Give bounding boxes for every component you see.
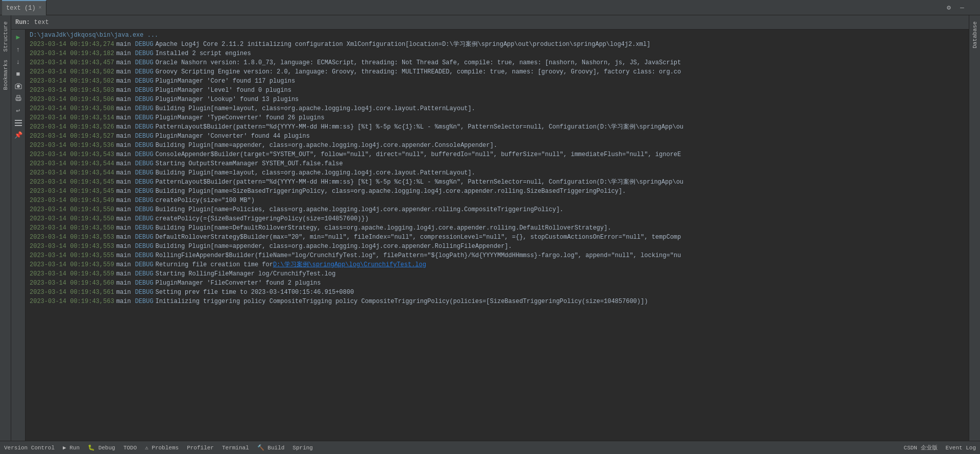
log-line: 2023-03-14 00:19:43,526 main DEBUG Patte… [26, 122, 969, 132]
run-toolbar: ▶ ↑ ↓ ■ ↩ 📌 D:\javaJdk\jdkqosq\bin\ [11, 30, 969, 454]
run-panel: Run: text ▶ ↑ ↓ ■ ↩ 📌 [11, 15, 969, 454]
tab-text[interactable]: text (1) × [2, 0, 46, 15]
spring-label: Spring [292, 445, 313, 451]
structure-tab[interactable]: Structure [2, 17, 10, 56]
run-back-button[interactable]: ↩ [13, 105, 24, 116]
run-play-button[interactable]: ▶ [13, 32, 24, 43]
tab-label: text (1) [6, 5, 36, 12]
svg-rect-4 [15, 120, 22, 121]
csdn-label: CSDN 企业版 [904, 444, 938, 451]
profiler-status[interactable]: Profiler [187, 445, 214, 451]
log-line: 2023-03-14 00:19:43,550 main DEBUG Build… [26, 205, 969, 214]
log-line: 2023-03-14 00:19:43,502 main DEBUG Plugi… [26, 77, 969, 86]
right-sidebar: Database [969, 15, 980, 454]
log-line: 2023-03-14 00:19:43,550 main DEBUG creat… [26, 214, 969, 223]
run-down-button[interactable]: ↓ [13, 56, 24, 67]
run-name: text [34, 19, 49, 26]
top-right-icons: ⚙ — [943, 0, 968, 15]
log-line: 2023-03-14 00:19:43,182 main DEBUG Insta… [26, 49, 969, 58]
log-line: 2023-03-14 00:19:43,549 main DEBUG creat… [26, 196, 969, 205]
svg-rect-6 [15, 125, 22, 126]
run-up-button[interactable]: ↑ [13, 44, 24, 55]
debug-status[interactable]: 🐛 Debug [88, 444, 115, 451]
todo-status[interactable]: TODO [124, 445, 137, 451]
log-line: 2023-03-14 00:19:43,560 main DEBUG Plugi… [26, 279, 969, 288]
run-panel-toggle-button[interactable] [13, 117, 24, 129]
problems-label: ⚠ Problems [145, 444, 179, 451]
event-log-status[interactable]: Event Log [946, 444, 976, 451]
run-icon-strip: ▶ ↑ ↓ ■ ↩ 📌 [11, 30, 26, 454]
profiler-label: Profiler [187, 445, 214, 451]
log-link[interactable]: D:\学习案例\springApp\log\CrunchifyTest.log [273, 260, 426, 269]
debug-status-label: 🐛 Debug [88, 444, 115, 451]
log-line: 2023-03-14 00:19:43,555 main DEBUG Rolli… [26, 251, 969, 260]
log-line: 2023-03-14 00:19:43,508 main DEBUG Build… [26, 104, 969, 113]
svg-point-0 [17, 85, 20, 88]
version-control-label: Version Control [4, 445, 55, 451]
run-status[interactable]: ▶ Run [63, 444, 80, 451]
run-camera-button[interactable] [13, 81, 24, 92]
build-status[interactable]: 🔨 Build [257, 444, 285, 451]
log-line: 2023-03-14 00:19:43,527 main DEBUG Plugi… [26, 132, 969, 141]
settings-icon[interactable]: ⚙ [943, 2, 954, 13]
log-line: 2023-03-14 00:19:43,543 main DEBUG Conso… [26, 150, 969, 159]
minimize-icon[interactable]: — [957, 2, 968, 13]
log-line: 2023-03-14 00:19:43,563 main DEBUG Initi… [26, 297, 969, 306]
log-line: 2023-03-14 00:19:43,545 main DEBUG Build… [26, 187, 969, 196]
log-line: 2023-03-14 00:19:43,506 main DEBUG Plugi… [26, 95, 969, 104]
log-line: D:\javaJdk\jdkqosq\bin\java.exe ... [26, 31, 969, 40]
log-line: 2023-03-14 00:19:43,457 main DEBUG Oracl… [26, 58, 969, 67]
run-print-button[interactable] [13, 93, 24, 104]
log-content[interactable]: D:\javaJdk\jdkqosq\bin\java.exe ...2023-… [26, 30, 969, 454]
svg-rect-3 [17, 99, 20, 100]
run-pin-button[interactable]: 📌 [13, 130, 24, 141]
database-tab[interactable]: Database [971, 17, 979, 53]
log-line: 2023-03-14 00:19:43,274 main DEBUG Apach… [26, 40, 969, 49]
terminal-status[interactable]: Terminal [222, 445, 249, 451]
log-line: 2023-03-14 00:19:43,502 main DEBUG Groov… [26, 67, 969, 77]
status-right: CSDN 企业版 Event Log [904, 444, 976, 451]
log-line: 2023-03-14 00:19:43,553 main DEBUG Build… [26, 242, 969, 251]
build-label: 🔨 Build [257, 444, 285, 451]
log-line: 2023-03-14 00:19:43,559 main DEBUG Retur… [26, 260, 969, 269]
run-stop-button[interactable]: ■ [13, 68, 24, 80]
tab-close-button[interactable]: × [39, 5, 42, 11]
run-status-label: ▶ Run [63, 444, 80, 451]
todo-label: TODO [124, 445, 137, 451]
log-line: 2023-03-14 00:19:43,544 main DEBUG Build… [26, 168, 969, 178]
problems-status[interactable]: ⚠ Problems [145, 444, 179, 451]
log-line: 2023-03-14 00:19:43,503 main DEBUG Plugi… [26, 86, 969, 95]
spring-status[interactable]: Spring [292, 445, 313, 451]
bookmarks-tab[interactable]: Bookmarks [2, 56, 10, 94]
main-layout: Structure Bookmarks Run: text ▶ ↑ ↓ ■ [0, 15, 980, 454]
log-line: 2023-03-14 00:19:43,514 main DEBUG Plugi… [26, 113, 969, 122]
csdn-status[interactable]: CSDN 企业版 [904, 444, 938, 451]
event-log-label: Event Log [946, 445, 976, 451]
svg-rect-2 [17, 95, 20, 97]
status-bar: Version Control ▶ Run 🐛 Debug TODO ⚠ Pro… [0, 441, 980, 454]
svg-rect-5 [15, 122, 22, 123]
log-line: 2023-03-14 00:19:43,550 main DEBUG Build… [26, 223, 969, 233]
tab-bar: text (1) × [0, 0, 980, 15]
log-line: 2023-03-14 00:19:43,559 main DEBUG Start… [26, 269, 969, 279]
log-line: 2023-03-14 00:19:43,545 main DEBUG Patte… [26, 178, 969, 187]
terminal-label: Terminal [222, 445, 249, 451]
log-line: 2023-03-14 00:19:43,536 main DEBUG Build… [26, 141, 969, 150]
run-label: Run: [15, 19, 30, 26]
log-line: 2023-03-14 00:19:43,561 main DEBUG Setti… [26, 288, 969, 297]
log-line: 2023-03-14 00:19:43,553 main DEBUG Defau… [26, 233, 969, 242]
log-line: 2023-03-14 00:19:43,544 main DEBUG Start… [26, 159, 969, 168]
run-panel-header: Run: text [11, 15, 969, 30]
version-control-status[interactable]: Version Control [4, 445, 55, 451]
far-left-sidebar: Structure Bookmarks [0, 15, 11, 454]
